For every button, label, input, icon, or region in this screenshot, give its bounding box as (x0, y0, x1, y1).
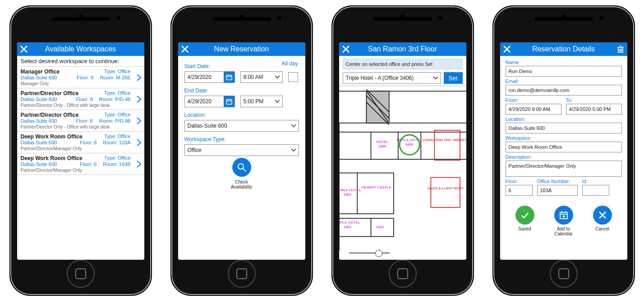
cancel-button[interactable] (593, 206, 612, 225)
id-label: Id: (582, 179, 609, 184)
allday-checkbox[interactable] (288, 72, 298, 82)
close-icon[interactable] (339, 42, 353, 56)
start-time-select[interactable]: 8:00 AM (240, 71, 283, 83)
office-no-field[interactable]: 103A (537, 185, 578, 196)
email-label: Email: (506, 78, 622, 84)
office-select[interactable]: Triple Hotel - A (Office 3406) (343, 72, 441, 84)
chevron-right-icon (136, 116, 143, 125)
close-icon (598, 211, 607, 220)
svg-rect-8 (226, 100, 232, 104)
id-field[interactable] (582, 185, 609, 196)
svg-line-13 (243, 169, 246, 171)
add-to-calendar-button[interactable] (554, 206, 573, 225)
chevron-down-icon (275, 100, 280, 103)
home-button[interactable] (550, 260, 578, 288)
header-spacer (131, 42, 144, 56)
home-button[interactable] (228, 260, 256, 288)
ws-name: Manager Office (21, 69, 60, 75)
end-date-input[interactable]: 4/29/2020 (184, 96, 235, 107)
location-label: Location: (184, 112, 299, 118)
name-label: Name: (506, 60, 622, 65)
description-label: Description: (506, 154, 622, 160)
office-value: Triple Hotel - A (Office 3406) (346, 75, 414, 81)
workspace-item[interactable]: Partner/Director OfficeType: OfficeDalla… (17, 110, 144, 131)
cancel-label: Cancel (595, 226, 609, 231)
set-button[interactable]: Set (444, 72, 463, 84)
page-title: Reservation Details (514, 45, 614, 53)
phone-new-reservation: New Reservation All day Start Date: 4/29… (170, 5, 313, 296)
check-availability-button[interactable] (232, 158, 251, 177)
start-date-input[interactable]: 4/29/2020 (184, 71, 235, 83)
to-field[interactable]: 4/29/2020 5:00 PM (566, 104, 622, 115)
page-title: New Reservation (192, 45, 292, 53)
from-label: From: (506, 97, 561, 103)
zoom-slider[interactable] (349, 253, 390, 253)
close-icon[interactable] (178, 42, 192, 56)
svg-point-12 (238, 164, 244, 169)
email-field[interactable]: ron.demo@demoamllp.com (506, 85, 622, 96)
description-field[interactable]: Partner/Director/Manager Only (506, 161, 622, 177)
ws-name: Partner/Director Office (21, 112, 79, 118)
map-label-hotel-id: 3305 (378, 144, 386, 148)
ws-name: Deep Work Room Office (21, 133, 83, 140)
end-time-select[interactable]: 5:00 PM (240, 96, 283, 107)
workspace-item[interactable]: Deep Work Room OfficeType: OfficeDallas-… (17, 153, 144, 175)
floor-label: Floor: (506, 179, 533, 184)
ws-room: Room: P/D-98 (99, 118, 131, 124)
close-icon[interactable] (17, 42, 31, 56)
workspace-item[interactable]: Manager OfficeType: OfficeDallas-Suite 6… (17, 66, 144, 88)
phone-floor-map: San Ramon 3rd Floor Center on selected o… (331, 5, 474, 296)
calendar-add-icon (559, 210, 569, 220)
search-icon (237, 162, 247, 172)
to-label: To: (566, 97, 622, 103)
trash-icon[interactable] (614, 42, 627, 56)
workspace-item[interactable]: Deep Work Room OfficeType: OfficeDallas-… (17, 131, 144, 153)
chevron-down-icon (291, 149, 296, 152)
floor-map[interactable]: HOTEL 3305 TRIPLE HOTEL 3406 CONSULTING … (339, 86, 466, 260)
ws-sub: Partner/Director Only - Office with larg… (21, 103, 142, 108)
check-icon (520, 210, 530, 220)
location-field[interactable]: Dallas-Suite 600 (506, 123, 622, 133)
name-field[interactable]: Ron Demo (506, 66, 622, 77)
saved-button[interactable] (515, 206, 534, 225)
wstype-select[interactable]: Office (184, 144, 299, 156)
location-select[interactable]: Dallas-Suite 600 (184, 120, 299, 132)
close-icon[interactable] (500, 42, 514, 56)
ws-room: Room: 103A (103, 140, 130, 145)
map-label-hotel: HOTEL (376, 140, 388, 144)
ws-floor: Floor: 6 (76, 97, 93, 102)
office-no-label: Office Number: (537, 179, 578, 184)
map-label-triple2-id: 3303 (343, 225, 351, 229)
ws-floor: Floor: 6 (80, 161, 97, 167)
page-title: San Ramon 3rd Floor (353, 45, 453, 53)
ws-sub: Partner/Director Only - Office with larg… (21, 124, 142, 129)
workspace-item[interactable]: Partner/Director OfficeType: OfficeDalla… (17, 88, 144, 110)
ws-sub: Partner/Director/Manager Only (21, 168, 142, 173)
page-title: Available Workspaces (31, 45, 131, 53)
svg-rect-32 (431, 178, 460, 207)
saved-label: Saved (518, 226, 531, 231)
ws-room: Room: M-26E (100, 75, 131, 80)
map-label-triple3-id: 3302 (376, 225, 384, 229)
map-label-triple-id: 3406 (405, 143, 413, 147)
start-date-value: 4/29/2020 (185, 72, 224, 83)
workspace-field[interactable]: Deep Work Room Office (506, 142, 622, 152)
svg-rect-31 (434, 130, 460, 160)
floor-field[interactable]: 6 (506, 185, 533, 196)
header-spacer (292, 42, 305, 56)
from-field[interactable]: 4/29/2020 8:00 AM (506, 104, 561, 115)
map-label-double: DOUBLE HOTEL (339, 188, 362, 192)
instruction-text: Select desired workspace to continue: (17, 56, 144, 66)
ws-room: Room: 103B (103, 161, 130, 167)
ws-sub: Manager Only (21, 81, 142, 86)
svg-rect-16 (339, 91, 466, 123)
map-label-sales: SALES & CLIENT MGMT (427, 187, 463, 190)
ws-location: Dallas-Suite 600 (21, 97, 57, 102)
calendar-icon[interactable] (224, 72, 235, 83)
home-button[interactable] (389, 260, 417, 288)
wstype-label: Workspace Type: (184, 136, 299, 143)
home-button[interactable] (67, 260, 95, 288)
end-date-value: 4/29/2020 (185, 96, 224, 107)
ws-location: Dallas-Suite 600 (21, 140, 57, 145)
calendar-icon[interactable] (224, 96, 235, 107)
